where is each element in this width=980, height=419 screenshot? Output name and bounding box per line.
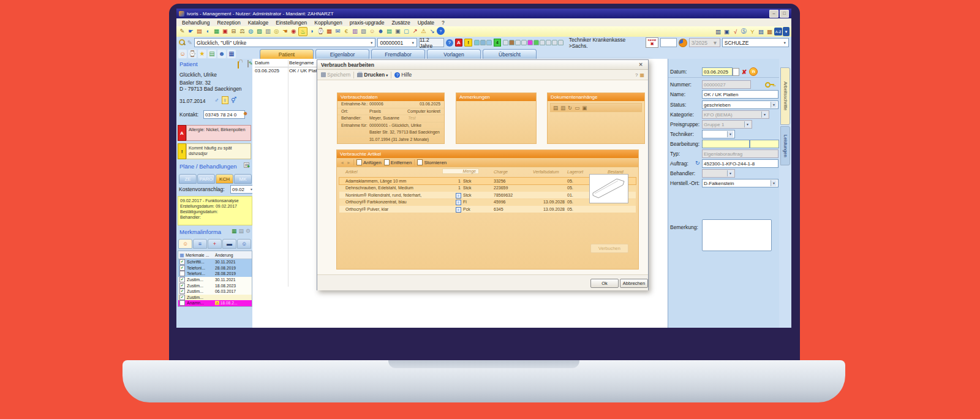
calendar-add-icon[interactable]: ▦ [232,228,237,234]
col-header-artikel[interactable]: Artikel [345,170,357,174]
toolbar-uhr-icon[interactable]: ⌚ [317,27,325,35]
patient-number-combo[interactable]: 00000001 ▼ [377,38,417,47]
quick-tab[interactable] [486,40,492,45]
field-control-status[interactable]: geschrieben▼ [702,100,778,109]
bemerkung-textarea[interactable] [702,219,772,251]
plan-tab-ze[interactable]: ZE [179,174,197,184]
menu-praxis-upgrade[interactable]: praxis-upgrade [346,20,388,26]
merkmal-row[interactable]: Telefoni...28.08.2019 [178,271,252,277]
menu-kataloge[interactable]: Kataloge [244,20,273,26]
minimize-button[interactable]: – [769,10,778,18]
menu-zusätze[interactable]: Zusätze [388,20,413,26]
toolbar-hand-icon[interactable]: ☚ [281,27,289,35]
tab-patient[interactable]: Patient [260,49,314,59]
merkmal-row[interactable]: ✔Schriftli...30.11.2021 [178,259,252,265]
toolbar-team-icon[interactable]: ☻ [377,27,385,35]
toolbar-archiv-icon[interactable]: ▧ [360,27,368,35]
storno-button[interactable]: Stornieren [417,159,447,165]
toolbar-kalender-rot-icon[interactable]: ▣ [221,27,229,35]
delete-x-icon[interactable]: ✘ [742,69,747,75]
toolbar-ablage-icon[interactable]: ⊟ [230,27,238,35]
toolbar-farbeimer-icon[interactable]: ◍ [247,27,255,35]
dialog-close-icon[interactable]: ✕ [637,61,644,68]
toolbar-karteikarte-icon[interactable]: ▤ [195,27,203,35]
toolbar-schale-icon[interactable]: ◗ [308,27,316,35]
maximize-button[interactable]: □ [780,10,789,18]
quick-tab[interactable] [474,40,480,45]
dokumente-speichern-icon[interactable]: ▣ [582,105,587,111]
append-article-button[interactable]: Anfügen [356,159,382,165]
menu-einstellungen[interactable]: Einstellungen [272,20,311,26]
toolbar-s-modul-icon[interactable]: Ⓢ [740,28,748,36]
strip-notizen-icon[interactable]: ▤ [208,50,216,58]
gender-male-icon[interactable]: ♂ [214,97,219,104]
toolbar-pokal-icon[interactable]: Y [748,28,756,36]
strip-termine-icon[interactable]: ▦ [227,50,236,58]
merkmal-row[interactable]: Anamn...⚠18.08.2... [178,300,252,306]
merkmal-row[interactable]: ✔Zustim...18.08.2023 [178,282,252,289]
checkbox-icon[interactable]: ✔ [179,259,185,265]
toolbar-terminkalender-icon[interactable]: ▦ [766,28,774,36]
field-control-herstell-ort[interactable]: D-Falkenstein▼ [702,179,778,187]
toolbar-monitor-icon[interactable]: ▢ [402,27,410,35]
strip-verlauf-icon[interactable]: ⌚ [188,50,197,58]
checkbox-icon[interactable]: ✔ [179,277,185,282]
quick-tab[interactable] [480,40,486,45]
strip-familie-icon[interactable]: ☻ [217,50,226,58]
toolbar-az-icon[interactable]: A-Z [774,28,782,36]
toolbar-scroll-button[interactable]: ▼ [783,27,790,36]
table-grid-icon[interactable]: ▦ [178,252,186,258]
tab-übersicht[interactable]: Übersicht [483,49,537,59]
menu-rezeption[interactable]: Rezeption [213,20,244,26]
toolbar-statistik-kreis-icon[interactable]: ◐ [204,27,212,35]
dokumente-anhang-entfernen-icon[interactable]: ▥ [560,105,565,111]
checkbox-icon[interactable] [179,271,185,276]
merkmal-row[interactable]: ✔Telefoni...28.08.2019 [178,265,252,271]
field-control-kategorie[interactable]: KFO (BEMA)▼ [702,110,769,119]
col-header-lagerort[interactable]: Lagerort [567,170,583,174]
nav-back-icon[interactable]: ◄ [340,160,344,165]
allergy-flag-icon[interactable]: A [455,39,463,47]
dokumente-anhang-neu-icon[interactable]: ▤ [553,105,558,111]
edit-patient-icon[interactable] [247,61,249,67]
verbuchen-button[interactable]: Verbuchen [590,244,628,253]
kv-date-combo[interactable]: 09.02▼ [230,185,255,194]
toolbar-dokument-suche-icon[interactable]: ◎ [273,27,281,35]
quick-tab[interactable] [515,40,521,45]
field-control-preisgruppe[interactable]: Gruppe 1▼ [702,120,752,129]
plan-tab-mk[interactable]: MK [234,174,252,184]
toolbar-drucker-icon[interactable]: ▣ [394,27,402,35]
toolbar-post-icon[interactable]: ✉ [334,27,342,35]
toolbar-patient-icon[interactable]: ☺ [368,27,376,35]
gender-diverse-icon[interactable]: ⚥ [231,97,236,104]
toolbar-signatur-icon[interactable]: √ [731,28,739,36]
merkmal-tab-einstellungen[interactable]: ≡ [193,239,207,249]
save-button[interactable]: Speichern [321,72,350,78]
plan-tab-paro[interactable]: PARO [197,174,215,184]
field-control-name[interactable]: OK / UK Platten [702,90,778,99]
merkmal-tab-info[interactable]: ☺ [237,239,251,249]
patient-search-combo[interactable]: Glücklich, "Ulli" Ulrike ▼ [194,38,375,47]
quick-tab[interactable] [546,40,551,45]
ok-button[interactable]: Ok [590,279,619,288]
cancel-button[interactable]: Abbrechen [620,279,648,288]
bearbeitung-input-2[interactable] [750,140,779,148]
merkmal-tab-medizinisch[interactable]: + [208,239,222,249]
tab-vorlagen[interactable]: Vorlagen [427,49,481,59]
merkmal-row[interactable]: ✔Zustim... [178,295,252,301]
help-button[interactable]: ?Hilfe [394,72,412,78]
toolbar-diagramm-icon[interactable]: ▦ [213,27,221,35]
pin-icon[interactable]: ? [635,72,638,78]
strip-favoriten-icon[interactable]: ★ [198,50,206,58]
col-header-menge[interactable]: Menge [442,168,479,174]
quick-tab[interactable] [509,40,514,45]
tab-arbeitsschritte[interactable]: Arbeitsschritte [780,67,790,125]
toolbar-liste-icon[interactable]: ▥ [264,27,272,35]
remove-article-button[interactable]: Entfernen [384,159,412,165]
toolbar-kalender-icon[interactable]: ▦ [325,27,333,35]
sync-icon[interactable]: ↻ [695,160,700,166]
quick-tab[interactable] [503,40,508,45]
merkmal-row[interactable]: ✔Zustim...30.11.2021 [178,277,252,283]
quadrant-marker[interactable]: 4 [494,39,501,47]
search-icon[interactable] [179,39,186,46]
